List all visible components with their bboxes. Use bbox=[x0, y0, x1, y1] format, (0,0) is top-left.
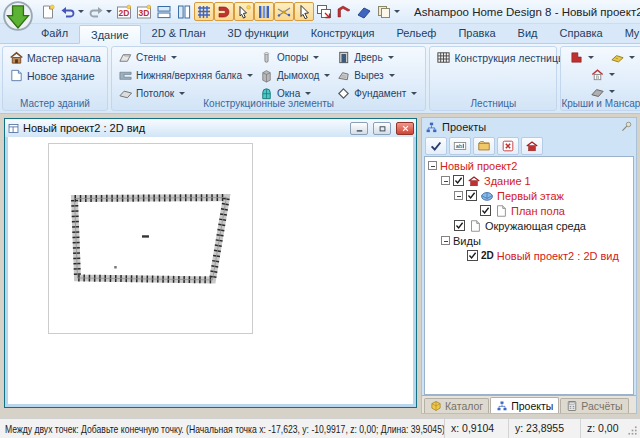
ribbon-tab[interactable]: Справка bbox=[549, 24, 614, 43]
rename-button[interactable]: ab bbox=[449, 137, 471, 155]
guides-icon bbox=[256, 4, 272, 20]
ribbon-tab[interactable]: 3D функции bbox=[217, 24, 300, 43]
view-2d-button[interactable]: 2D bbox=[114, 2, 134, 21]
wall-icon bbox=[118, 50, 133, 65]
page-icon bbox=[494, 204, 508, 218]
tree-item[interactable]: План пола bbox=[425, 203, 633, 218]
ribbon-tab[interactable]: My Ashampoo bbox=[614, 24, 640, 43]
tree-checkbox[interactable] bbox=[453, 175, 464, 186]
resize-grip-icon[interactable] bbox=[626, 424, 639, 437]
magnet-button[interactable] bbox=[214, 2, 234, 21]
view-3d-button[interactable]: 3D bbox=[134, 2, 154, 21]
group-label: Мастер зданий bbox=[3, 98, 107, 109]
ribbon-tab[interactable]: Вид bbox=[507, 24, 549, 43]
dormer-button[interactable] bbox=[608, 50, 637, 65]
split-vertical-button[interactable] bbox=[174, 2, 194, 21]
tree-item[interactable]: 2DНовый проект2 : 2D вид bbox=[425, 248, 633, 263]
roof-house-button[interactable] bbox=[588, 67, 617, 82]
view-minimize-button[interactable] bbox=[350, 122, 368, 135]
roof-corner-button[interactable] bbox=[567, 50, 596, 65]
import-button[interactable] bbox=[473, 137, 495, 155]
copy-layers-button[interactable] bbox=[374, 2, 402, 21]
status-message-cell: Между двух точек: Добавьте конечную точк… bbox=[0, 423, 444, 435]
panel-tab[interactable]: Расчёты bbox=[560, 398, 628, 413]
tree-item[interactable]: Первый этаж bbox=[425, 188, 633, 203]
rename-icon: ab bbox=[453, 139, 467, 153]
snap-intersection-button[interactable] bbox=[274, 2, 294, 21]
tree-item[interactable]: Виды bbox=[425, 233, 633, 248]
view-close-button[interactable] bbox=[396, 122, 414, 135]
ribbon-tab[interactable]: Рельеф bbox=[386, 24, 448, 43]
roof-tool-button[interactable] bbox=[334, 2, 354, 21]
app-logo-icon bbox=[3, 1, 33, 31]
undo-button[interactable] bbox=[58, 2, 86, 21]
start-wizard-button[interactable]: Мастер начала bbox=[7, 49, 103, 66]
tree-checkbox[interactable] bbox=[467, 250, 478, 261]
tree-expand-toggle[interactable] bbox=[454, 191, 463, 200]
beam-button[interactable]: Нижняя/верхняя балка bbox=[116, 67, 255, 84]
app-logo-button[interactable] bbox=[3, 1, 33, 31]
tree-checkbox[interactable] bbox=[454, 220, 465, 231]
tree-item-label: Здание 1 bbox=[484, 175, 531, 187]
chimney-button[interactable]: Дымоход bbox=[257, 67, 332, 84]
tree-expand-toggle[interactable] bbox=[441, 236, 450, 245]
mdi-restore-icon bbox=[377, 123, 388, 134]
tree-expand-toggle[interactable] bbox=[441, 176, 450, 185]
dropdown-arrow-icon bbox=[609, 90, 615, 93]
building-red-button[interactable] bbox=[521, 137, 543, 155]
ribbon-tab[interactable]: Конструкция bbox=[300, 24, 386, 43]
panel-tab[interactable]: Проекты bbox=[490, 397, 559, 413]
roof-panel-button[interactable] bbox=[588, 84, 617, 99]
panel-tab-bar: КаталогПроектыРасчёты bbox=[422, 395, 636, 413]
panel-tab[interactable]: Каталог bbox=[424, 398, 489, 413]
new-building-button[interactable]: Новое здание bbox=[7, 67, 103, 84]
construction-columns: СтеныНижняя/верхняя балкаПотолокОпорыДым… bbox=[116, 49, 421, 102]
support-button[interactable]: Опоры bbox=[257, 49, 332, 66]
cursor-button[interactable] bbox=[294, 2, 314, 21]
ribbon-tab[interactable]: Правка bbox=[447, 24, 506, 43]
dropdown-arrow-icon bbox=[247, 74, 253, 77]
button-label: Мастер начала bbox=[27, 52, 101, 64]
snap-intersection-icon bbox=[276, 4, 292, 20]
new-window-button[interactable] bbox=[314, 2, 334, 21]
view-restore-button[interactable] bbox=[373, 122, 391, 135]
tree-checkbox[interactable] bbox=[466, 190, 477, 201]
stairs-construction-button[interactable]: Конструкция лестницы bbox=[434, 49, 552, 66]
guides-button[interactable] bbox=[254, 2, 274, 21]
grid-button[interactable] bbox=[194, 2, 214, 21]
ribbon-tab[interactable]: Здание bbox=[79, 25, 141, 44]
tree-item[interactable]: Новый проект2 bbox=[425, 158, 633, 173]
door-icon bbox=[336, 50, 351, 65]
tree-item[interactable]: Окружающая среда bbox=[425, 218, 633, 233]
redo-icon bbox=[88, 4, 104, 20]
smart-select-button[interactable] bbox=[234, 2, 254, 21]
dropdown-arrow-icon bbox=[389, 74, 395, 77]
roof-tool-icon bbox=[336, 4, 352, 20]
tree-item-label: Первый этаж bbox=[497, 190, 564, 202]
floor-plan-drawing bbox=[8, 137, 413, 404]
group-label: Крыши и Мансар... bbox=[561, 98, 640, 109]
button-label: Дверь bbox=[354, 52, 382, 63]
confirm-icon bbox=[429, 139, 443, 153]
view-3d-icon: 3D bbox=[136, 4, 152, 20]
ribbon-tab[interactable]: Файл bbox=[30, 24, 79, 43]
redo-button[interactable] bbox=[86, 2, 114, 21]
view-window-titlebar[interactable]: Новый проект2 : 2D вид bbox=[5, 119, 416, 137]
delete-button[interactable] bbox=[497, 137, 519, 155]
cutout-button[interactable]: Вырез bbox=[334, 67, 419, 84]
new-file-button[interactable] bbox=[38, 2, 58, 21]
pin-button[interactable] bbox=[620, 120, 633, 135]
dropdown-arrow-icon bbox=[305, 92, 311, 95]
tree-item[interactable]: Здание 1 bbox=[425, 173, 633, 188]
check-icon bbox=[468, 251, 477, 260]
tree-checkbox[interactable] bbox=[480, 205, 491, 216]
door-button[interactable]: Дверь bbox=[334, 49, 419, 66]
split-horizontal-button[interactable] bbox=[154, 2, 174, 21]
roof-plane-button[interactable] bbox=[354, 2, 374, 21]
confirm-button[interactable] bbox=[425, 137, 447, 155]
plan-canvas[interactable] bbox=[8, 137, 413, 404]
ribbon-tab[interactable]: 2D & План bbox=[141, 24, 217, 43]
wall-button[interactable]: Стены bbox=[116, 49, 255, 66]
tree-expand-toggle[interactable] bbox=[428, 161, 437, 170]
view-window-title: Новый проект2 : 2D вид bbox=[23, 122, 345, 134]
